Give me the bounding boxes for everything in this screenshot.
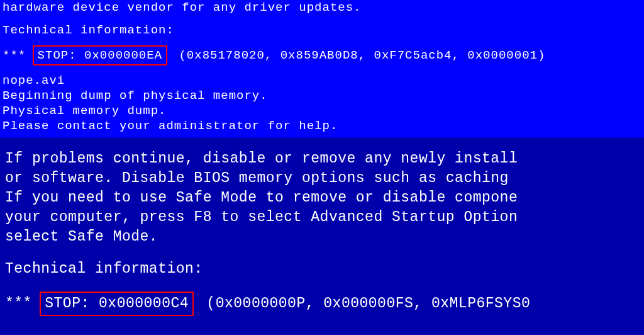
technical-info-header-bottom: Technical information:	[5, 259, 639, 279]
instruction-line-3: If you need to use Safe Mode to remove o…	[5, 188, 639, 208]
dump-line-3: Please contact your administrator for he…	[3, 118, 641, 133]
instruction-line-2: or software. Disable BIOS memory options…	[5, 169, 639, 188]
instruction-line-5: select Safe Mode.	[5, 227, 639, 247]
driver-update-line: hardware device vendor for any driver up…	[3, 0, 641, 15]
stop-code-highlight-top: STOP: 0x000000EA	[33, 45, 167, 65]
technical-info-header-top: Technical information:	[3, 23, 641, 38]
stop-code-highlight-bottom: STOP: 0x000000C4	[40, 292, 194, 316]
dump-line-2: Physical memory dump.	[3, 103, 641, 118]
stop-code-line-top: *** STOP: 0x000000EA (0x85178020, 0x859A…	[3, 45, 641, 65]
instruction-line-1: If problems continue, disable or remove …	[5, 149, 639, 169]
instruction-line-4: your computer, press F8 to select Advanc…	[5, 208, 639, 227]
stop-prefix-bottom: ***	[5, 294, 41, 314]
stop-prefix-top: ***	[3, 48, 34, 63]
stop-code-line-bottom: *** STOP: 0x000000C4 (0x0000000P, 0x0000…	[5, 292, 639, 316]
stop-params-bottom: (0x0000000P, 0x000000FS, 0xMLP6FSYS0	[197, 294, 530, 314]
crash-file: nope.avi	[3, 73, 641, 88]
dump-line-1: Beginning dump of physical memory.	[3, 88, 641, 103]
stop-params-top: (0x85178020, 0x859AB0D8, 0xF7C5acb4, 0x0…	[171, 48, 545, 63]
bsod-top-section: hardware device vendor for any driver up…	[0, 0, 644, 138]
bsod-bottom-section: If problems continue, disable or remove …	[0, 138, 644, 316]
